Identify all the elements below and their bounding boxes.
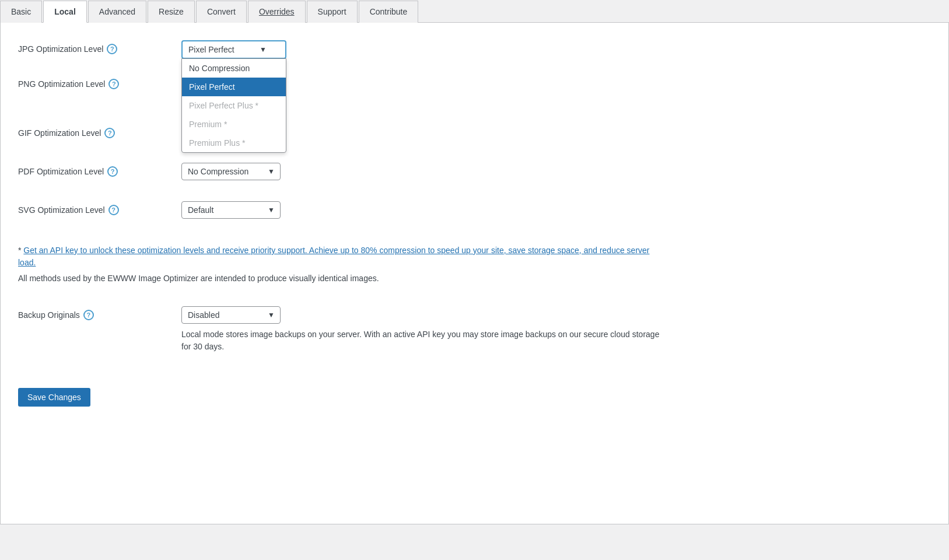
jpg-option-premium[interactable]: Premium * <box>182 115 286 134</box>
api-key-link[interactable]: Get an API key to unlock these optimizat… <box>18 246 650 267</box>
tab-resize[interactable]: Resize <box>148 1 195 23</box>
jpg-row: JPG Optimization Level ? Pixel Perfect ▼… <box>18 40 931 59</box>
pdf-help-icon[interactable]: ? <box>107 166 118 177</box>
pdf-select[interactable]: No Compression Pixel Perfect Pixel Perfe… <box>181 163 281 180</box>
backup-note: Local mode stores image backups on your … <box>181 328 660 353</box>
tab-advanced[interactable]: Advanced <box>88 1 146 23</box>
jpg-label: JPG Optimization Level ? <box>18 40 181 54</box>
pdf-label: PDF Optimization Level ? <box>18 163 181 177</box>
gif-row: GIF Optimization Level ? No Compression … <box>18 124 931 142</box>
api-key-note: * Get an API key to unlock these optimiz… <box>18 244 660 269</box>
tab-overrides[interactable]: Overrides <box>248 1 306 23</box>
svg-label: SVG Optimization Level ? <box>18 201 181 215</box>
backup-help-icon[interactable]: ? <box>83 310 94 320</box>
png-help-icon[interactable]: ? <box>108 79 119 89</box>
tab-contribute[interactable]: Contribute <box>359 1 419 23</box>
pdf-control-wrap: No Compression Pixel Perfect Pixel Perfe… <box>181 163 281 180</box>
svg-row: SVG Optimization Level ? Default None ▼ <box>18 201 931 219</box>
svg-select[interactable]: Default None <box>181 201 281 219</box>
svg-control-wrap: Default None ▼ <box>181 201 281 219</box>
all-methods-note: All methods used by the EWWW Image Optim… <box>18 274 660 283</box>
pdf-row: PDF Optimization Level ? No Compression … <box>18 163 931 180</box>
content-area: JPG Optimization Level ? Pixel Perfect ▼… <box>0 23 949 524</box>
jpg-chevron-icon: ▼ <box>260 46 267 54</box>
tab-local[interactable]: Local <box>43 1 87 23</box>
backup-control-wrap: Disabled Enabled ▼ Local mode stores ima… <box>181 306 660 353</box>
backup-select-wrapper: Disabled Enabled ▼ <box>181 306 281 324</box>
save-button[interactable]: Save Changes <box>18 388 90 407</box>
svg-help-icon[interactable]: ? <box>108 205 119 215</box>
tab-support[interactable]: Support <box>307 1 358 23</box>
backup-row: Backup Originals ? Disabled Enabled ▼ Lo… <box>18 306 931 353</box>
jpg-option-pixel-perfect-plus[interactable]: Pixel Perfect Plus * <box>182 96 286 115</box>
backup-select[interactable]: Disabled Enabled <box>181 306 281 324</box>
jpg-option-premium-plus[interactable]: Premium Plus * <box>182 134 286 152</box>
jpg-control-wrap: Pixel Perfect ▼ No Compression Pixel Per… <box>181 40 286 59</box>
save-section: Save Changes <box>18 388 931 407</box>
gif-help-icon[interactable]: ? <box>104 128 115 138</box>
jpg-option-no-compression[interactable]: No Compression <box>182 59 286 78</box>
png-row: PNG Optimization Level ? <box>18 75 931 89</box>
jpg-dropdown-list: No Compression Pixel Perfect Pixel Perfe… <box>181 58 286 153</box>
png-label: PNG Optimization Level ? <box>18 75 181 89</box>
jpg-dropdown-trigger[interactable]: Pixel Perfect ▼ <box>181 40 286 59</box>
backup-label: Backup Originals ? <box>18 306 181 320</box>
jpg-help-icon[interactable]: ? <box>107 44 117 54</box>
svg-select-wrapper: Default None ▼ <box>181 201 281 219</box>
pdf-select-wrapper: No Compression Pixel Perfect Pixel Perfe… <box>181 163 281 180</box>
tabs-bar: Basic Local Advanced Resize Convert Over… <box>0 0 949 23</box>
gif-label: GIF Optimization Level ? <box>18 124 181 138</box>
api-key-section: * Get an API key to unlock these optimiz… <box>18 242 660 283</box>
tab-convert[interactable]: Convert <box>196 1 247 23</box>
jpg-dropdown-open: Pixel Perfect ▼ No Compression Pixel Per… <box>181 40 286 59</box>
jpg-option-pixel-perfect[interactable]: Pixel Perfect <box>182 78 286 96</box>
tab-basic[interactable]: Basic <box>0 1 42 23</box>
